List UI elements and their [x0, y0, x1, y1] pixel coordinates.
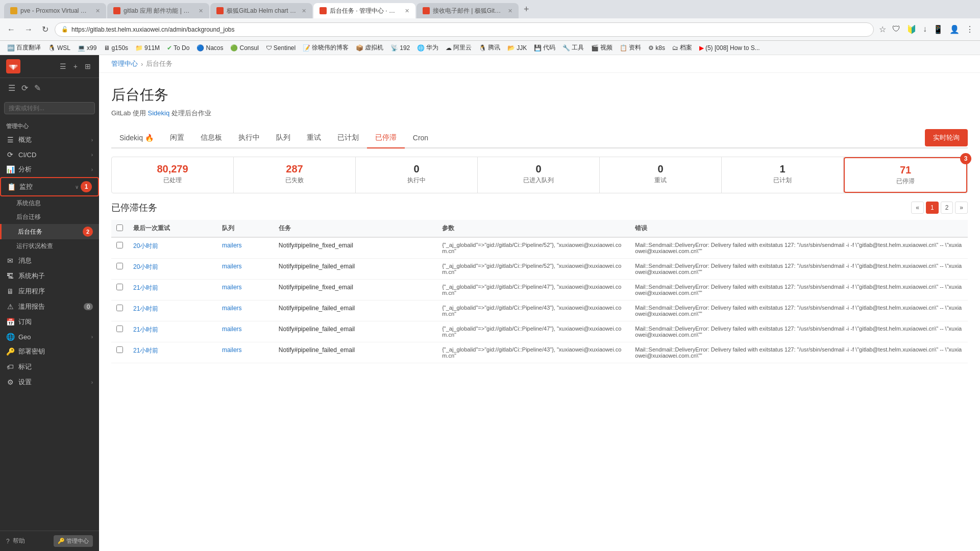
tab-3[interactable]: 极狐GitLab Helm chart 部署... ✕ [210, 3, 312, 18]
time-link[interactable]: 21小时前 [133, 284, 158, 291]
bookmark-tools[interactable]: 🔧 工具 [559, 42, 587, 53]
bookmark-tencent[interactable]: 🐧 腾讯 [476, 42, 503, 53]
sidebar-nav-1[interactable]: ☰ [6, 82, 17, 94]
bookmark-code[interactable]: 💾 代码 [531, 42, 558, 53]
back-button[interactable]: ← [4, 23, 18, 36]
tab-cron[interactable]: Cron [405, 128, 436, 148]
bookmark-video[interactable]: 🎬 视频 [588, 42, 616, 53]
sidebar-sub-migration[interactable]: 后台迁移 [0, 210, 99, 224]
bookmark-youtube[interactable]: ▶ (5) [008] How to S... [696, 43, 763, 53]
tab-4-close[interactable]: ✕ [405, 8, 409, 14]
sidebar-sub-health-check[interactable]: 运行状况检查 [0, 239, 99, 253]
admin-button[interactable]: 🔑 管理中心 [54, 535, 93, 547]
bookmark-k8s[interactable]: ⚙ k8s [645, 43, 668, 53]
breadcrumb-parent[interactable]: 管理中心 [111, 59, 138, 68]
bookmark-data[interactable]: 📋 资料 [617, 42, 644, 53]
time-link[interactable]: 20小时前 [133, 242, 158, 249]
new-item-button[interactable]: + [71, 61, 80, 71]
sidebar-sub-system-info[interactable]: 系统信息 [0, 196, 99, 210]
bookmark-blog[interactable]: 📝 徐晓伟的博客 [300, 42, 352, 53]
sidebar-item-deploy-keys[interactable]: 🔑 部署密钥 [0, 344, 99, 359]
tab-scheduled[interactable]: 已计划 [329, 128, 367, 148]
bookmark-aliyun[interactable]: ☁ 阿里云 [443, 42, 475, 53]
sidebar-search-input[interactable] [4, 102, 95, 114]
bookmark-192[interactable]: 📡 192 [387, 43, 413, 53]
page-prev-btn[interactable]: « [911, 202, 924, 214]
row-checkbox[interactable] [116, 284, 123, 290]
page-2-btn[interactable]: 2 [941, 202, 953, 214]
row-checkbox[interactable] [116, 346, 123, 353]
time-link[interactable]: 21小时前 [133, 305, 158, 312]
row-checkbox[interactable] [116, 263, 123, 269]
bookmark-icon[interactable]: ☆ [877, 22, 888, 36]
queue-link[interactable]: mailers [222, 263, 242, 270]
queue-link[interactable]: mailers [222, 325, 242, 333]
bookmark-g150s[interactable]: 🖥 g150s [101, 43, 131, 53]
sidebar-item-analytics[interactable]: 📊 分析 › [0, 162, 99, 177]
forward-button[interactable]: → [21, 23, 36, 36]
sidebar-nav-2[interactable]: ⟳ [19, 82, 30, 94]
extension-icon-4[interactable]: 📱 [931, 22, 945, 36]
bookmark-911m[interactable]: 📁 911M [132, 43, 163, 53]
user-profile-icon[interactable]: 👤 [947, 22, 962, 36]
page-next-btn[interactable]: » [955, 202, 968, 214]
tab-2-close[interactable]: ✕ [199, 8, 203, 14]
sidebar-item-geo[interactable]: 🌐 Geo › [0, 330, 99, 344]
extension-icon-1[interactable]: 🛡 [890, 22, 902, 36]
bookmark-wsl[interactable]: 🐧 WSL [45, 43, 74, 53]
bookmark-vm[interactable]: 📦 虚拟机 [353, 42, 386, 53]
tab-1[interactable]: pve - Proxmox Virtual Enviro... ✕ [4, 3, 106, 18]
time-link[interactable]: 21小时前 [133, 326, 158, 333]
sidebar-item-applications[interactable]: 🖥 应用程序 [0, 284, 99, 299]
bookmark-nacos[interactable]: 🔵 Nacos [193, 43, 226, 53]
sidebar-toggle-button[interactable]: ☰ [58, 61, 68, 71]
bookmark-consul[interactable]: 🟢 Consul [227, 43, 261, 53]
queue-link[interactable]: mailers [222, 305, 242, 312]
row-checkbox[interactable] [116, 325, 123, 332]
extension-icon-2[interactable]: 🔰 [904, 22, 919, 36]
tab-dashboard[interactable]: 信息板 [192, 128, 230, 148]
realtime-button[interactable]: 实时轮询 [925, 129, 968, 146]
tab-dead[interactable]: 已停滞 [367, 128, 405, 148]
bookmark-todo[interactable]: ✔ To Do [164, 43, 192, 53]
sidebar-item-overview[interactable]: ☰ 概览 › [0, 132, 99, 147]
help-link[interactable]: ? 帮助 [6, 537, 25, 545]
tab-1-close[interactable]: ✕ [95, 8, 100, 14]
tab-2[interactable]: gitlab 应用 邮件功能 | GitLab... ✕ [107, 3, 209, 18]
new-tab-button[interactable]: + [520, 4, 533, 15]
sidebar-item-settings[interactable]: ⚙ 设置 › [0, 374, 99, 390]
refresh-button[interactable]: ↻ [39, 22, 52, 36]
bookmark-jjk[interactable]: 📂 JJK [504, 43, 530, 53]
sidebar-item-monitor[interactable]: 📋 监控 ∨ 1 [0, 177, 99, 196]
bookmark-huawei[interactable]: 🌐 华为 [414, 42, 442, 53]
tab-queue[interactable]: 队列 [268, 128, 299, 148]
tab-idle[interactable]: 闲置 [162, 128, 192, 148]
sidebar-nav-3[interactable]: ✎ [32, 82, 43, 94]
sidebar-search-area[interactable] [0, 98, 99, 118]
time-link[interactable]: 21小时前 [133, 347, 158, 354]
time-link[interactable]: 20小时前 [133, 263, 158, 270]
select-all-checkbox[interactable] [116, 224, 123, 231]
tab-running[interactable]: 执行中 [230, 128, 268, 148]
tab-5[interactable]: 接收电子邮件 | 极狐GitLab ✕ [416, 3, 519, 18]
page-1-btn[interactable]: 1 [926, 202, 939, 214]
queue-link[interactable]: mailers [222, 242, 242, 249]
queue-link[interactable]: mailers [222, 284, 242, 291]
tab-5-close[interactable]: ✕ [508, 8, 512, 14]
tab-3-close[interactable]: ✕ [302, 8, 306, 14]
address-bar[interactable]: 🔓 https://gitlab.test.helm.xuxiaowei.cn/… [55, 22, 874, 37]
tab-sidekiq[interactable]: Sidekiq 🔥 [111, 128, 162, 148]
queue-link[interactable]: mailers [222, 346, 242, 354]
bookmark-baidu[interactable]: 🔤 百度翻译 [4, 42, 44, 53]
sidebar-action-button[interactable]: ⊞ [83, 61, 93, 71]
extension-icon-3[interactable]: ↓ [921, 22, 929, 36]
sidebar-item-labels[interactable]: 🏷 标记 [0, 359, 99, 374]
sidebar-item-subscriptions[interactable]: 📅 订阅 [0, 314, 99, 330]
sidebar-item-abuse-reports[interactable]: ⚠ 滥用报告 0 [0, 299, 99, 314]
sidebar-item-cicd[interactable]: ⟳ CI/CD › [0, 147, 99, 162]
bookmark-archive[interactable]: 🗂 档案 [669, 42, 695, 53]
sidebar-item-messages[interactable]: ✉ 消息 [0, 253, 99, 268]
sidekiq-link[interactable]: Sidekiq [148, 109, 170, 117]
tab-retry[interactable]: 重试 [299, 128, 329, 148]
settings-icon[interactable]: ⋮ [964, 22, 976, 36]
